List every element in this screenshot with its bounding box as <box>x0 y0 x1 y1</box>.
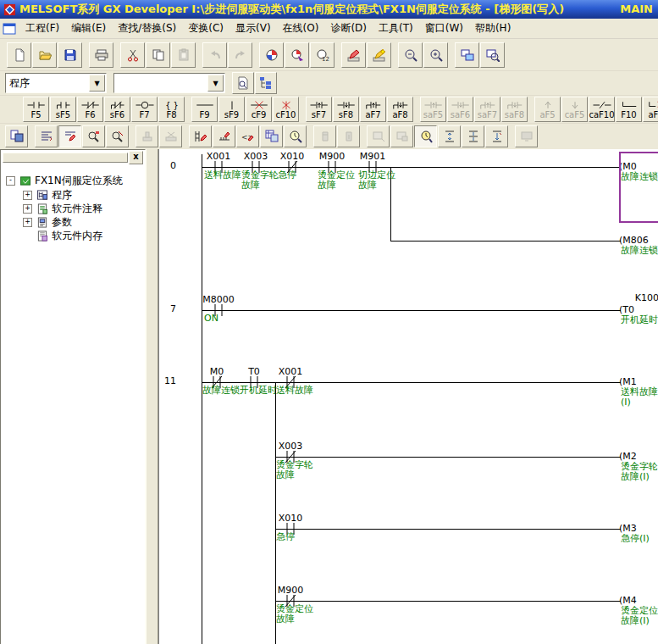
closed-contact-f6[interactable]: F6 <box>77 97 103 122</box>
cursor-selection-box[interactable] <box>619 152 658 223</box>
window-find-icon <box>486 48 500 62</box>
open-project-button[interactable] <box>32 42 57 68</box>
device-memory-button[interactable] <box>260 125 283 147</box>
device-label: M901 <box>352 152 393 162</box>
coil-comment: 急停(I) <box>621 534 658 544</box>
zoom-in-button[interactable] <box>423 42 448 68</box>
tree-item-2[interactable]: +参数 <box>23 215 72 230</box>
statement-display-toggle[interactable] <box>58 125 81 147</box>
panel-splitter[interactable] <box>146 149 158 644</box>
horizontal-line-f9[interactable]: F9 <box>191 97 218 122</box>
monitor-start-button[interactable] <box>284 125 307 147</box>
open-branch-sf5[interactable]: sF5 <box>50 97 76 122</box>
fkey-label: saF7 <box>478 110 497 119</box>
monitor-mode-button[interactable] <box>414 125 437 147</box>
gridwin-icon <box>265 130 279 143</box>
line-delete-af9[interactable]: aF9 <box>643 97 658 122</box>
zoom-out-button[interactable] <box>398 42 423 68</box>
device-find-button[interactable] <box>106 125 129 147</box>
menu-find-replace[interactable]: 查找/替换(S) <box>112 19 182 38</box>
expand-icon[interactable]: + <box>23 191 32 200</box>
program-type-combobox[interactable]: 程序 ▼ <box>5 73 107 93</box>
application-instruction-f8[interactable]: { }F8 <box>158 97 185 122</box>
tree-item-0[interactable]: +程序 <box>23 188 72 203</box>
expand-icon[interactable]: + <box>23 218 32 227</box>
undo-icon <box>208 48 222 62</box>
device-comment-button[interactable] <box>213 125 235 147</box>
cut-button[interactable] <box>120 42 145 68</box>
ladder-wire <box>202 154 202 644</box>
close-icon[interactable]: x <box>129 151 143 164</box>
copy-button[interactable] <box>146 42 170 68</box>
insert-column-button[interactable] <box>485 125 508 147</box>
save-project-button[interactable] <box>58 42 82 68</box>
delete-vline-cf10[interactable]: cF10 <box>273 97 299 122</box>
find-step-button[interactable]: 12 <box>310 42 335 68</box>
ladder-edit-button[interactable] <box>189 125 212 147</box>
find-button[interactable] <box>259 42 284 68</box>
delete-row-button[interactable] <box>462 125 484 147</box>
ladder-editor[interactable]: 0711X001送料故障X003烫金字轮 故障X010急停M900烫金定位 故障… <box>158 149 658 644</box>
device-label: X001 <box>198 152 239 162</box>
menu-tools[interactable]: 工具(T) <box>373 19 419 38</box>
program-type-value: 程序 <box>6 76 89 91</box>
menu-edit[interactable]: 编辑(E) <box>65 19 112 38</box>
fkey-label: F10 <box>621 110 636 119</box>
insert-row-button[interactable] <box>438 125 461 147</box>
chevron-down-icon[interactable]: ▼ <box>89 75 105 92</box>
comment-edit-mode-button[interactable] <box>232 72 254 94</box>
menu-diagnostics[interactable]: 诊断(D) <box>324 19 373 38</box>
delete-hline-cf9[interactable]: cF9 <box>246 97 272 122</box>
project-data-list-toggle[interactable] <box>5 125 28 147</box>
pulse-up-branch-af7[interactable]: aF7 <box>360 97 386 122</box>
window-change-icon <box>461 48 474 62</box>
chevron-down-icon[interactable]: ▼ <box>207 75 224 92</box>
tree-item-1[interactable]: +软元件注释 <box>23 202 102 216</box>
collapse-icon[interactable]: - <box>6 176 15 186</box>
alias-display-toggle[interactable] <box>82 125 105 147</box>
menu-help[interactable]: 帮助(H) <box>469 19 517 38</box>
tree-item-3[interactable]: 软元件内存 <box>23 229 102 243</box>
tree-root-project[interactable]: -FX1N伺服定位系统 <box>6 174 123 188</box>
expand-icon[interactable]: + <box>23 204 32 214</box>
window-find-button[interactable] <box>480 42 505 68</box>
invert-result-caf10[interactable]: caF10 <box>589 97 615 122</box>
menu-window[interactable]: 窗口(W) <box>419 19 469 38</box>
block-select-combobox[interactable]: ▼ <box>113 73 225 93</box>
menu-view[interactable]: 显示(V) <box>229 19 277 38</box>
menu-project[interactable]: 工程(F) <box>19 19 65 38</box>
window-change-button[interactable] <box>455 42 479 68</box>
open-contact-f5-icon <box>25 100 47 110</box>
find-device-button[interactable] <box>285 42 309 68</box>
closed-branch-sf6[interactable]: sF6 <box>104 97 130 122</box>
open-contact-f5[interactable]: F5 <box>23 97 49 122</box>
statement-edit-button[interactable] <box>367 42 391 68</box>
menu-bar: 工程(F)编辑(E)查找/替换(S)变换(C)显示(V)在线(O)诊断(D)工具… <box>0 19 658 39</box>
cmtdisp-icon <box>40 130 53 143</box>
vertical-line-sf9[interactable]: sF9 <box>218 97 245 122</box>
pulse-down-sf8-icon <box>335 100 357 110</box>
winplus-icon <box>372 130 385 143</box>
tree-panel-grip[interactable] <box>3 153 128 163</box>
line-write-f10[interactable]: F10 <box>616 97 642 122</box>
delete-vline-cf10-icon <box>275 100 297 110</box>
fkey-label: caF10 <box>589 110 614 119</box>
device-label: M900 <box>312 152 352 162</box>
up-arrow-af5: aF5 <box>534 97 561 122</box>
fkey-label: cF9 <box>252 110 267 119</box>
pulse-down-sf8[interactable]: sF8 <box>333 97 359 122</box>
device-comment-edit-button[interactable] <box>341 42 366 68</box>
menu-online[interactable]: 在线(O) <box>277 19 325 38</box>
note-edit-button[interactable]: <> <box>236 125 259 147</box>
ladder-wire <box>202 167 621 168</box>
project-tree-toggle-button[interactable] <box>255 72 277 94</box>
pulse-down-branch-af8[interactable]: aF8 <box>387 97 413 122</box>
print-button[interactable] <box>89 42 113 68</box>
new-project-button[interactable] <box>7 42 31 68</box>
child-window-icon[interactable] <box>3 23 16 35</box>
pulse-up-sf7[interactable]: sF7 <box>306 97 332 122</box>
menu-convert[interactable]: 变换(C) <box>182 19 229 38</box>
device-skip-button <box>159 125 182 147</box>
coil-f7[interactable]: F7 <box>131 97 158 122</box>
comment-display-toggle[interactable] <box>35 125 58 147</box>
